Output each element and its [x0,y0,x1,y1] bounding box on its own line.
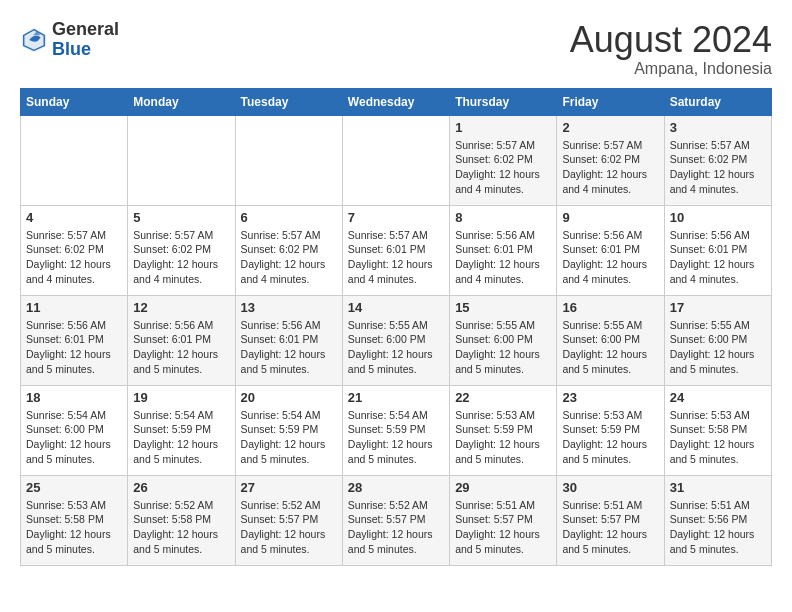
calendar-cell: 3Sunrise: 5:57 AM Sunset: 6:02 PM Daylig… [664,115,771,205]
calendar-cell: 13Sunrise: 5:56 AM Sunset: 6:01 PM Dayli… [235,295,342,385]
calendar-cell: 29Sunrise: 5:51 AM Sunset: 5:57 PM Dayli… [450,475,557,565]
calendar-cell: 1Sunrise: 5:57 AM Sunset: 6:02 PM Daylig… [450,115,557,205]
calendar-week-row: 4Sunrise: 5:57 AM Sunset: 6:02 PM Daylig… [21,205,772,295]
day-number: 9 [562,210,658,225]
cell-content: Sunrise: 5:56 AM Sunset: 6:01 PM Dayligh… [670,228,766,287]
calendar-cell: 28Sunrise: 5:52 AM Sunset: 5:57 PM Dayli… [342,475,449,565]
cell-content: Sunrise: 5:54 AM Sunset: 5:59 PM Dayligh… [348,408,444,467]
cell-content: Sunrise: 5:53 AM Sunset: 5:59 PM Dayligh… [562,408,658,467]
weekday-header-tuesday: Tuesday [235,88,342,115]
logo-blue: Blue [52,40,119,60]
calendar-cell: 21Sunrise: 5:54 AM Sunset: 5:59 PM Dayli… [342,385,449,475]
calendar-cell: 12Sunrise: 5:56 AM Sunset: 6:01 PM Dayli… [128,295,235,385]
day-number: 3 [670,120,766,135]
calendar-cell: 9Sunrise: 5:56 AM Sunset: 6:01 PM Daylig… [557,205,664,295]
calendar-week-row: 1Sunrise: 5:57 AM Sunset: 6:02 PM Daylig… [21,115,772,205]
day-number: 31 [670,480,766,495]
cell-content: Sunrise: 5:51 AM Sunset: 5:57 PM Dayligh… [562,498,658,557]
day-number: 2 [562,120,658,135]
calendar-cell: 5Sunrise: 5:57 AM Sunset: 6:02 PM Daylig… [128,205,235,295]
day-number: 25 [26,480,122,495]
weekday-header-thursday: Thursday [450,88,557,115]
day-number: 23 [562,390,658,405]
day-number: 29 [455,480,551,495]
cell-content: Sunrise: 5:55 AM Sunset: 6:00 PM Dayligh… [348,318,444,377]
day-number: 18 [26,390,122,405]
calendar-cell: 31Sunrise: 5:51 AM Sunset: 5:56 PM Dayli… [664,475,771,565]
calendar-cell: 30Sunrise: 5:51 AM Sunset: 5:57 PM Dayli… [557,475,664,565]
weekday-header-row: SundayMondayTuesdayWednesdayThursdayFrid… [21,88,772,115]
logo: General Blue [20,20,119,60]
calendar-cell: 27Sunrise: 5:52 AM Sunset: 5:57 PM Dayli… [235,475,342,565]
calendar-cell: 2Sunrise: 5:57 AM Sunset: 6:02 PM Daylig… [557,115,664,205]
cell-content: Sunrise: 5:56 AM Sunset: 6:01 PM Dayligh… [562,228,658,287]
day-number: 11 [26,300,122,315]
calendar-cell: 22Sunrise: 5:53 AM Sunset: 5:59 PM Dayli… [450,385,557,475]
day-number: 19 [133,390,229,405]
calendar-cell [235,115,342,205]
day-number: 4 [26,210,122,225]
day-number: 28 [348,480,444,495]
day-number: 7 [348,210,444,225]
month-year: August 2024 [570,20,772,60]
cell-content: Sunrise: 5:53 AM Sunset: 5:58 PM Dayligh… [26,498,122,557]
calendar-cell: 11Sunrise: 5:56 AM Sunset: 6:01 PM Dayli… [21,295,128,385]
weekday-header-monday: Monday [128,88,235,115]
logo-general: General [52,20,119,40]
weekday-header-wednesday: Wednesday [342,88,449,115]
cell-content: Sunrise: 5:52 AM Sunset: 5:58 PM Dayligh… [133,498,229,557]
calendar-cell: 17Sunrise: 5:55 AM Sunset: 6:00 PM Dayli… [664,295,771,385]
calendar-cell [342,115,449,205]
cell-content: Sunrise: 5:56 AM Sunset: 6:01 PM Dayligh… [455,228,551,287]
cell-content: Sunrise: 5:55 AM Sunset: 6:00 PM Dayligh… [562,318,658,377]
cell-content: Sunrise: 5:57 AM Sunset: 6:01 PM Dayligh… [348,228,444,287]
weekday-header-friday: Friday [557,88,664,115]
day-number: 1 [455,120,551,135]
day-number: 8 [455,210,551,225]
day-number: 14 [348,300,444,315]
cell-content: Sunrise: 5:51 AM Sunset: 5:56 PM Dayligh… [670,498,766,557]
cell-content: Sunrise: 5:57 AM Sunset: 6:02 PM Dayligh… [455,138,551,197]
day-number: 10 [670,210,766,225]
cell-content: Sunrise: 5:52 AM Sunset: 5:57 PM Dayligh… [348,498,444,557]
calendar-cell: 6Sunrise: 5:57 AM Sunset: 6:02 PM Daylig… [235,205,342,295]
day-number: 12 [133,300,229,315]
page-header: General Blue August 2024 Ampana, Indones… [20,20,772,78]
day-number: 26 [133,480,229,495]
day-number: 5 [133,210,229,225]
title-block: August 2024 Ampana, Indonesia [570,20,772,78]
cell-content: Sunrise: 5:51 AM Sunset: 5:57 PM Dayligh… [455,498,551,557]
cell-content: Sunrise: 5:56 AM Sunset: 6:01 PM Dayligh… [26,318,122,377]
day-number: 15 [455,300,551,315]
calendar-cell: 19Sunrise: 5:54 AM Sunset: 5:59 PM Dayli… [128,385,235,475]
calendar-cell: 18Sunrise: 5:54 AM Sunset: 6:00 PM Dayli… [21,385,128,475]
calendar-week-row: 11Sunrise: 5:56 AM Sunset: 6:01 PM Dayli… [21,295,772,385]
cell-content: Sunrise: 5:54 AM Sunset: 5:59 PM Dayligh… [133,408,229,467]
calendar-cell: 10Sunrise: 5:56 AM Sunset: 6:01 PM Dayli… [664,205,771,295]
calendar-cell: 26Sunrise: 5:52 AM Sunset: 5:58 PM Dayli… [128,475,235,565]
cell-content: Sunrise: 5:53 AM Sunset: 5:59 PM Dayligh… [455,408,551,467]
cell-content: Sunrise: 5:57 AM Sunset: 6:02 PM Dayligh… [670,138,766,197]
calendar-cell: 7Sunrise: 5:57 AM Sunset: 6:01 PM Daylig… [342,205,449,295]
day-number: 30 [562,480,658,495]
cell-content: Sunrise: 5:57 AM Sunset: 6:02 PM Dayligh… [241,228,337,287]
weekday-header-sunday: Sunday [21,88,128,115]
calendar-cell: 14Sunrise: 5:55 AM Sunset: 6:00 PM Dayli… [342,295,449,385]
day-number: 13 [241,300,337,315]
location: Ampana, Indonesia [570,60,772,78]
calendar-cell [128,115,235,205]
day-number: 6 [241,210,337,225]
cell-content: Sunrise: 5:53 AM Sunset: 5:58 PM Dayligh… [670,408,766,467]
calendar-cell: 23Sunrise: 5:53 AM Sunset: 5:59 PM Dayli… [557,385,664,475]
cell-content: Sunrise: 5:56 AM Sunset: 6:01 PM Dayligh… [241,318,337,377]
cell-content: Sunrise: 5:54 AM Sunset: 6:00 PM Dayligh… [26,408,122,467]
calendar-cell: 20Sunrise: 5:54 AM Sunset: 5:59 PM Dayli… [235,385,342,475]
cell-content: Sunrise: 5:52 AM Sunset: 5:57 PM Dayligh… [241,498,337,557]
calendar-cell: 15Sunrise: 5:55 AM Sunset: 6:00 PM Dayli… [450,295,557,385]
cell-content: Sunrise: 5:55 AM Sunset: 6:00 PM Dayligh… [455,318,551,377]
calendar-cell [21,115,128,205]
calendar-week-row: 25Sunrise: 5:53 AM Sunset: 5:58 PM Dayli… [21,475,772,565]
day-number: 20 [241,390,337,405]
calendar-cell: 16Sunrise: 5:55 AM Sunset: 6:00 PM Dayli… [557,295,664,385]
cell-content: Sunrise: 5:54 AM Sunset: 5:59 PM Dayligh… [241,408,337,467]
